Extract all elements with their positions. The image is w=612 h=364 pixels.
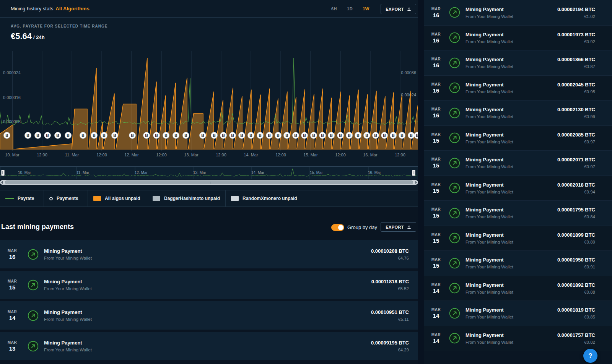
legend-label: RandomXmonero unpaid	[243, 196, 297, 201]
payments-export-button[interactable]: EXPORT	[381, 222, 416, 232]
legend-item-payments[interactable]: Payments	[44, 190, 88, 206]
payment-row[interactable]: MAR 15 Mining Payment From Your Mining W…	[424, 200, 612, 226]
navigator-handle-left[interactable]	[1, 170, 5, 176]
scrollbar-right-arrow-icon[interactable]	[415, 181, 417, 184]
svg-text:B: B	[348, 133, 351, 138]
legend-item-payrate[interactable]: Payrate	[0, 190, 44, 206]
range-1d-button[interactable]: 1D	[347, 6, 353, 11]
payment-title: Mining Payment	[44, 248, 371, 254]
payment-row[interactable]: MAR 15 Mining Payment From Your Mining W…	[424, 150, 612, 176]
payment-row[interactable]: MAR 15 Mining Payment From Your Mining W…	[0, 271, 418, 299]
payment-month: MAR	[426, 182, 446, 187]
svg-text:B: B	[374, 133, 377, 138]
payment-subtitle: From Your Mining Wallet	[466, 164, 557, 169]
legend-item-daggerhashimoto-unpaid[interactable]: DaggerHashimoto unpaid	[147, 190, 226, 206]
payment-btc-amount: 0.00001866 BTC	[557, 57, 595, 62]
svg-text:B: B	[26, 133, 29, 138]
payment-month: MAR	[426, 107, 446, 111]
payment-info: Mining Payment From Your Mining Wallet	[466, 82, 557, 94]
payment-day: 16	[0, 253, 24, 260]
payment-btc-amount: 0.00002018 BTC	[557, 182, 595, 188]
chart-scrollbar[interactable]	[0, 180, 418, 185]
scrollbar-thumb[interactable]	[5, 180, 413, 184]
payment-row[interactable]: MAR 16 Mining Payment From Your Mining W…	[0, 240, 418, 268]
help-button[interactable]: ?	[583, 349, 597, 363]
legend-label: Payments	[57, 196, 78, 201]
group-by-day-toggle[interactable]	[331, 224, 344, 231]
payment-month: MAR	[0, 249, 24, 253]
payment-info: Mining Payment From Your Mining Wallet	[466, 232, 557, 244]
svg-text:B: B	[103, 133, 106, 138]
payment-fiat-amount: €0.88	[557, 290, 595, 294]
payment-row[interactable]: MAR 13 Mining Payment From Your Mining W…	[0, 332, 418, 360]
chart-export-button[interactable]: EXPORT	[381, 4, 416, 14]
payment-amounts: 0.00001950 BTC €0.91	[557, 257, 612, 269]
legend-label: Payrate	[18, 196, 34, 201]
payment-row[interactable]: MAR 14 Mining Payment From Your Mining W…	[424, 326, 612, 351]
svg-text:B: B	[231, 133, 234, 138]
payment-title: Mining Payment	[466, 307, 557, 313]
payment-subtitle: From Your Mining Wallet	[44, 317, 371, 322]
payment-row[interactable]: MAR 16 Mining Payment From Your Mining W…	[424, 50, 612, 75]
svg-text:B: B	[67, 133, 70, 138]
panel-title-text: Mining history stats	[11, 6, 53, 11]
mining-payment-icon	[449, 32, 460, 43]
chart-section: Mining history statsAll Algorithms 6H 1D…	[0, 0, 418, 207]
payment-day: 15	[426, 212, 446, 219]
payment-amounts: 0.00001819 BTC €0.85	[557, 307, 612, 319]
payment-info: Mining Payment From Your Mining Wallet	[466, 132, 557, 144]
payment-day: 16	[426, 12, 446, 18]
svg-text:B: B	[416, 133, 418, 138]
svg-text:13. Mar: 13. Mar	[184, 153, 199, 157]
svg-text:0.000024: 0.000024	[3, 70, 21, 75]
payment-btc-amount: 0.00001899 BTC	[557, 232, 595, 238]
range-1w-button[interactable]: 1W	[363, 6, 369, 11]
payment-row[interactable]: MAR 15 Mining Payment From Your Mining W…	[424, 125, 612, 151]
chart-navigator[interactable]: 10. Mar11. Mar12. Mar13. Mar14. Mar15. M…	[0, 166, 418, 179]
svg-text:B: B	[400, 133, 404, 138]
square-swatch-icon	[231, 196, 239, 201]
svg-text:B: B	[131, 133, 134, 138]
payment-btc-amount: 0.00001819 BTC	[557, 307, 595, 313]
mining-payment-icon	[449, 308, 460, 319]
payment-info: Mining Payment From Your Mining Wallet	[466, 307, 557, 319]
payment-day: 13	[0, 345, 24, 352]
payment-subtitle: From Your Mining Wallet	[466, 240, 557, 244]
scrollbar-left-arrow-icon[interactable]	[1, 181, 3, 184]
svg-text:B: B	[330, 133, 333, 138]
square-swatch-icon	[153, 196, 160, 201]
mining-history-chart[interactable]: 10. Mar12:0011. Mar12:0012. Mar12:0013. …	[0, 48, 418, 159]
legend-item-all-algos-unpaid[interactable]: All algos unpaid	[88, 190, 147, 206]
payment-row[interactable]: MAR 15 Mining Payment From Your Mining W…	[424, 226, 612, 251]
payment-row[interactable]: MAR 15 Mining Payment From Your Mining W…	[424, 250, 612, 276]
payment-row[interactable]: MAR 16 Mining Payment From Your Mining W…	[424, 100, 612, 125]
payment-title: Mining Payment	[466, 282, 557, 288]
payment-row[interactable]: MAR 14 Mining Payment From Your Mining W…	[0, 301, 418, 330]
payment-subtitle: From Your Mining Wallet	[466, 140, 557, 144]
payment-btc-amount: 0.00002194 BTC	[557, 6, 595, 12]
navigator-handle-right[interactable]	[412, 170, 415, 176]
payment-btc-amount: 0.00010208 BTC	[371, 248, 409, 254]
payment-amounts: 0.00002045 BTC €0.95	[557, 82, 612, 94]
payment-fiat-amount: €0.92	[557, 39, 595, 44]
payment-fiat-amount: €0.85	[557, 315, 595, 319]
payment-row[interactable]: MAR 14 Mining Payment From Your Mining W…	[424, 276, 612, 301]
algorithms-filter[interactable]: All Algorithms	[55, 6, 89, 11]
payment-subtitle: From Your Mining Wallet	[466, 39, 557, 44]
svg-text:B: B	[222, 133, 225, 138]
payment-row[interactable]: MAR 16 Mining Payment From Your Mining W…	[424, 25, 612, 50]
payment-btc-amount: 0.00002130 BTC	[557, 107, 595, 112]
payment-row[interactable]: MAR 16 Mining Payment From Your Mining W…	[424, 75, 612, 101]
payment-day: 15	[426, 237, 446, 244]
payment-btc-amount: 0.00001950 BTC	[557, 257, 595, 263]
svg-text:B: B	[365, 133, 368, 138]
payment-date: MAR 15	[424, 207, 446, 219]
payment-row[interactable]: MAR 15 Mining Payment From Your Mining W…	[424, 176, 612, 201]
payment-row[interactable]: MAR 16 Mining Payment From Your Mining W…	[424, 0, 612, 25]
range-6h-button[interactable]: 6H	[331, 6, 337, 11]
payment-month: MAR	[426, 257, 446, 262]
payment-row[interactable]: MAR 14 Mining Payment From Your Mining W…	[424, 301, 612, 326]
legend-item-randomxmonero-unpaid[interactable]: RandomXmonero unpaid	[226, 190, 304, 206]
svg-text:B: B	[201, 133, 204, 138]
payment-fiat-amount: €1.02	[557, 14, 595, 19]
